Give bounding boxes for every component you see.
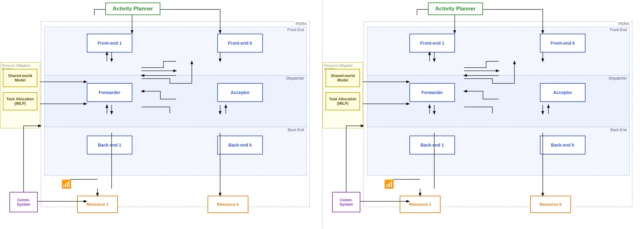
pdra-label-right: PDRA [618, 21, 630, 26]
forwarder-left: Forwarder [87, 83, 132, 102]
backend-section-right: Back-End [367, 127, 630, 176]
acceptor-right: Acceptor [540, 83, 586, 102]
frontend-label-right: Front-End [610, 28, 627, 32]
rom-box-right: Resource-Obligation Matcher Shared-world… [323, 62, 363, 128]
frontend-section-right: Front-End [367, 27, 630, 75]
right-diagram: Activity Planner PDRA Front-End Dispatch… [323, 0, 644, 229]
frontend1-right: Front-end 1 [409, 34, 455, 53]
rom-box-left: Resource-Obligation Matcher Shared-world… [0, 62, 40, 128]
resource1-left: Resource 1 [77, 196, 118, 213]
forwarder-right: Forwarder [409, 83, 455, 102]
frontend-section-left: Front-End [44, 27, 307, 75]
pdra-box-left: PDRA Front-End Dispatcher Back-End Front… [41, 21, 310, 207]
backend-label-right: Back-End [610, 128, 627, 132]
acceptor-left: Acceptor [217, 83, 263, 102]
dispatcher-section-left: Dispatcher [44, 75, 307, 127]
resourcek-left: Resource k [208, 196, 248, 213]
frontend-label-left: Front-End [287, 28, 304, 32]
backend1-left: Back-end 1 [87, 136, 132, 154]
dispatcher-label-right: Dispatcher [609, 76, 627, 81]
comm-system-left: Comm. System [9, 192, 38, 212]
pdra-box-right: PDRA Front-End Dispatcher Back-End Front… [364, 21, 632, 207]
task-allocation-right: Task Allocation (MILP) [325, 92, 360, 110]
left-diagram: Activity Planner PDRA Front-End Dispatch… [0, 0, 322, 229]
frontend1-left: Front-end 1 [87, 34, 132, 53]
shared-world-right: Shared-world Model [325, 69, 360, 87]
backend-label-left: Back-End [288, 128, 304, 132]
backendk-left: Back-end k [217, 136, 263, 154]
backendk-right: Back-end k [540, 136, 586, 154]
resourcek-right: Resource k [530, 196, 571, 213]
wifi-icon-right: 📶 [384, 179, 394, 189]
backend-section-left: Back-End [44, 127, 307, 176]
wifi-icon-left: 📶 [61, 179, 71, 189]
pdra-label-left: PDRA [295, 21, 308, 26]
frontendk-right: Front-end k [540, 34, 586, 53]
backend1-right: Back-end 1 [409, 136, 455, 154]
activity-planner-right: Activity Planner [428, 3, 483, 15]
task-allocation-left: Task Allocation (MILP) [3, 92, 37, 110]
shared-world-left: Shared-world Model [3, 69, 37, 87]
comm-system-right: Comm. System [332, 192, 360, 212]
resource1-right: Resource 1 [400, 196, 441, 213]
frontendk-left: Front-end k [217, 34, 263, 53]
dispatcher-section-right: Dispatcher [367, 75, 630, 127]
activity-planner-left: Activity Planner [105, 3, 160, 15]
dispatcher-label-left: Dispatcher [286, 76, 304, 81]
